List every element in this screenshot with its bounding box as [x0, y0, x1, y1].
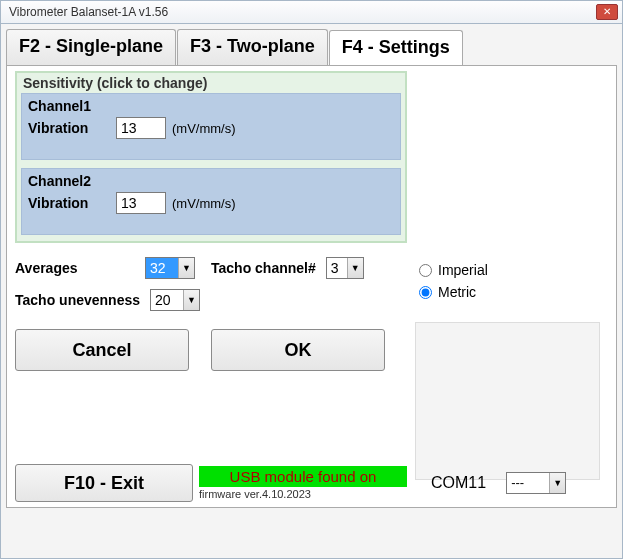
imperial-radio[interactable] — [419, 264, 432, 277]
window-title: Vibrometer Balanset-1A v1.56 — [5, 5, 596, 19]
averages-combo[interactable]: 32 ▼ — [145, 257, 195, 279]
averages-value: 32 — [146, 258, 178, 278]
sensitivity-legend: Sensitivity (click to change) — [21, 73, 401, 93]
firmware-version: firmware ver.4.10.2023 — [199, 488, 407, 500]
metric-radio[interactable] — [419, 286, 432, 299]
port-combo[interactable]: --- ▼ — [506, 472, 566, 494]
exit-button[interactable]: F10 - Exit — [15, 464, 193, 502]
usb-status: USB module found on — [199, 466, 407, 487]
cancel-button[interactable]: Cancel — [15, 329, 189, 371]
settings-panel: Sensitivity (click to change) Channel1 V… — [6, 65, 617, 508]
status-row: F10 - Exit USB module found on firmware … — [15, 464, 611, 502]
tacho-channel-label: Tacho channel# — [211, 260, 316, 276]
tacho-unevenness-combo[interactable]: 20 ▼ — [150, 289, 200, 311]
ok-button[interactable]: OK — [211, 329, 385, 371]
ch2-vibration-input[interactable] — [116, 192, 166, 214]
chevron-down-icon: ▼ — [183, 290, 199, 310]
tab-bar: F2 - Single-plane F3 - Two-plane F4 - Se… — [6, 29, 617, 65]
ch1-unit: (mV/mm/s) — [172, 121, 236, 136]
window-body: F2 - Single-plane F3 - Two-plane F4 - Se… — [0, 24, 623, 559]
chevron-down-icon: ▼ — [178, 258, 194, 278]
imperial-label: Imperial — [438, 262, 488, 278]
title-bar: Vibrometer Balanset-1A v1.56 ✕ — [0, 0, 623, 24]
chevron-down-icon: ▼ — [549, 473, 565, 493]
com-port-label: COM11 — [431, 474, 486, 492]
ch1-vibration-label: Vibration — [28, 120, 110, 136]
channel1-box: Channel1 Vibration (mV/mm/s) — [21, 93, 401, 160]
sensitivity-group[interactable]: Sensitivity (click to change) Channel1 V… — [15, 71, 407, 243]
close-button[interactable]: ✕ — [596, 4, 618, 20]
tacho-channel-combo[interactable]: 3 ▼ — [326, 257, 364, 279]
tacho-channel-value: 3 — [327, 258, 347, 278]
tacho-unevenness-value: 20 — [151, 290, 183, 310]
metric-label: Metric — [438, 284, 476, 300]
port-value: --- — [507, 473, 549, 493]
chevron-down-icon: ▼ — [347, 258, 363, 278]
channel1-label: Channel1 — [28, 98, 394, 114]
averages-row: Averages 32 ▼ Tacho channel# 3 ▼ — [15, 257, 608, 279]
ch2-unit: (mV/mm/s) — [172, 196, 236, 211]
tacho-unevenness-label: Tacho unevenness — [15, 292, 140, 308]
tab-two-plane[interactable]: F3 - Two-plane — [177, 29, 328, 65]
tacho-unevenness-row: Tacho unevenness 20 ▼ — [15, 289, 608, 311]
channel2-label: Channel2 — [28, 173, 394, 189]
ch2-vibration-label: Vibration — [28, 195, 110, 211]
ch1-vibration-input[interactable] — [116, 117, 166, 139]
tab-settings[interactable]: F4 - Settings — [329, 30, 463, 66]
unit-radio-group: Imperial Metric — [419, 262, 488, 306]
preview-panel — [415, 322, 600, 480]
averages-label: Averages — [15, 260, 135, 276]
channel2-box: Channel2 Vibration (mV/mm/s) — [21, 168, 401, 235]
tab-single-plane[interactable]: F2 - Single-plane — [6, 29, 176, 65]
